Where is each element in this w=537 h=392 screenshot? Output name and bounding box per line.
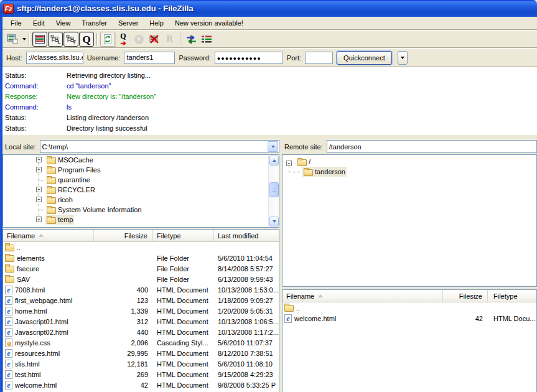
remote-file-list[interactable]: Filename Filesize Filetype .. welcome.ht… (282, 289, 537, 392)
tree-item-label[interactable]: Program Files (58, 166, 100, 174)
file-row[interactable]: .. (283, 302, 536, 313)
menu-edit[interactable]: Edit (27, 18, 50, 28)
file-row[interactable]: resources.html 29,995 HTML Document 8/12… (3, 348, 279, 358)
html-document-icon (5, 307, 12, 315)
column-header-filename[interactable]: Filename (3, 230, 94, 241)
password-input[interactable]: ●●●●●●●●●●● (215, 52, 283, 64)
file-row[interactable]: Javascript02.html 440 HTML Document 10/1… (3, 327, 279, 337)
process-queue-button[interactable]: Q ➔ (116, 32, 131, 47)
tree-item-label[interactable]: RECYCLER (58, 186, 95, 194)
column-header-filetype[interactable]: Filetype (488, 290, 536, 302)
file-row[interactable]: .. (3, 242, 279, 253)
tree-item-temp[interactable]: + temp (3, 215, 279, 225)
tree-item-label[interactable]: quarantine (58, 176, 90, 184)
queue-icon: Q (82, 34, 90, 45)
column-header-last-modified[interactable]: Last modified (214, 230, 279, 241)
site-manager-button[interactable] (5, 32, 20, 47)
expand-icon[interactable]: + (36, 197, 42, 202)
menu-new-version[interactable]: New version available! (169, 18, 249, 28)
tree-item-system-volume-information[interactable]: System Volume Information (3, 205, 279, 215)
column-header-filename[interactable]: Filename (283, 290, 443, 302)
tree-item-program-files[interactable]: + Program Files (3, 165, 279, 175)
title-bar[interactable]: Fz sftp://tanders1@classes.slis.lsu.edu … (0, 0, 537, 17)
tree-connector (289, 172, 300, 172)
menu-server[interactable]: Server (113, 18, 144, 28)
toggle-queue-button[interactable]: Q (79, 32, 94, 47)
remote-site-combo[interactable]: /tanderson (327, 140, 537, 153)
folder-icon (47, 217, 56, 224)
local-tree[interactable]: + MSOCache + Program Files quarantine + … (2, 154, 279, 228)
refresh-button[interactable] (100, 32, 115, 47)
expand-icon[interactable]: + (36, 157, 42, 162)
expand-icon[interactable]: + (36, 187, 42, 192)
local-file-list[interactable]: Filename Filesize Filetype Last modified… (2, 229, 279, 392)
log-text: New directory is: "/tanderson" (67, 93, 156, 100)
tree-connector (39, 210, 44, 210)
expand-icon[interactable]: + (36, 217, 42, 222)
menu-view[interactable]: View (50, 18, 77, 28)
file-row[interactable]: first_webpage.html 123 HTML Document 1/1… (3, 295, 279, 306)
site-manager-icon (7, 34, 18, 44)
column-header-filesize[interactable]: Filesize (443, 290, 488, 302)
toggle-remote-tree-button[interactable]: F (63, 32, 78, 47)
disconnect-button[interactable] (147, 32, 162, 47)
quickconnect-dropdown-button[interactable] (398, 51, 408, 65)
remote-path-value[interactable]: /tanderson (327, 143, 536, 151)
file-row[interactable]: SAV File Folder 6/13/2008 9:59:43 (3, 274, 279, 284)
file-row[interactable]: elements File Folder 5/6/2010 11:04:54 (3, 253, 279, 263)
file-row[interactable]: fsecure File Folder 8/14/2008 5:57:27 (3, 263, 279, 274)
tree-item-recycler[interactable]: + RECYCLER (3, 185, 279, 195)
toggle-message-log-button[interactable] (32, 32, 47, 47)
folder-icon (5, 266, 14, 273)
chevron-down-icon[interactable] (268, 141, 278, 152)
html-document-icon (5, 370, 12, 379)
file-row[interactable]: 7008.html 400 HTML Document 10/13/2008 1… (3, 284, 279, 295)
folder-icon (47, 157, 56, 164)
svg-text:F: F (73, 40, 77, 44)
message-log[interactable]: Status:Retrieving directory listing... C… (2, 67, 537, 135)
remote-file-list-header: Filename Filesize Filetype (283, 290, 536, 302)
scroll-down-icon[interactable] (269, 217, 279, 226)
tree-item-label[interactable]: / (309, 158, 311, 166)
username-input[interactable]: tanders1 (124, 52, 175, 64)
tree-item-quarantine[interactable]: quarantine (3, 175, 279, 185)
local-path-value[interactable]: C:\temp\ (40, 143, 267, 151)
file-row[interactable]: welcome.html 42 HTML Document 9/8/2008 5… (3, 380, 279, 390)
menu-file[interactable]: File (5, 18, 27, 28)
directory-comparison-button[interactable] (184, 32, 198, 47)
file-row[interactable]: home.html 1,339 HTML Document 1/20/2009 … (3, 306, 279, 316)
scrollbar-thumb[interactable] (269, 182, 279, 197)
file-row[interactable]: welcome.html 42 HTML Docu... (283, 313, 536, 324)
tree-item-label[interactable]: System Volume Information (58, 206, 142, 213)
log-text: ls (67, 103, 72, 111)
tree-item-root[interactable]: − / (283, 157, 536, 167)
tree-item-msocache[interactable]: + MSOCache (3, 155, 279, 165)
column-header-filesize[interactable]: Filesize (94, 230, 153, 241)
file-row[interactable]: slis.html 12,181 HTML Document 5/6/2010 … (3, 358, 279, 369)
queue-view-button[interactable] (199, 32, 214, 47)
local-tree-scrollbar[interactable] (268, 155, 279, 227)
file-row[interactable]: mystyle.css 2,096 Cascading Styl... 5/6/… (3, 337, 279, 348)
tree-item-label[interactable]: tanderson (315, 168, 345, 175)
tree-item-tanderson[interactable]: tanderson (283, 167, 536, 177)
file-row[interactable]: test.html 269 HTML Document 9/15/2008 4:… (3, 369, 279, 380)
tree-item-label[interactable]: temp (58, 216, 73, 223)
menu-help[interactable]: Help (144, 18, 169, 28)
expand-icon[interactable]: + (36, 167, 42, 172)
scroll-up-icon[interactable] (269, 156, 279, 166)
remote-tree[interactable]: − / tanderson (282, 154, 537, 287)
tree-item-label[interactable]: ricoh (58, 196, 73, 203)
port-input[interactable] (305, 52, 333, 64)
menu-transfer[interactable]: Transfer (76, 18, 113, 28)
local-site-combo[interactable]: C:\temp\ (40, 140, 279, 153)
toggle-local-tree-button[interactable]: L (48, 32, 63, 47)
file-row[interactable]: Javascript01.html 312 HTML Document 10/1… (3, 316, 279, 327)
tree-connector (39, 180, 44, 180)
quickconnect-button[interactable]: Quickconnect (337, 51, 392, 65)
tree-item-label[interactable]: MSOCache (58, 156, 93, 164)
host-input[interactable]: ://classes.slis.lsu.edu (26, 52, 83, 64)
sort-ascending-icon (318, 294, 323, 297)
tree-item-ricoh[interactable]: + ricoh (3, 195, 279, 205)
site-manager-dropdown-icon[interactable] (22, 38, 26, 40)
column-header-filetype[interactable]: Filetype (153, 230, 214, 241)
